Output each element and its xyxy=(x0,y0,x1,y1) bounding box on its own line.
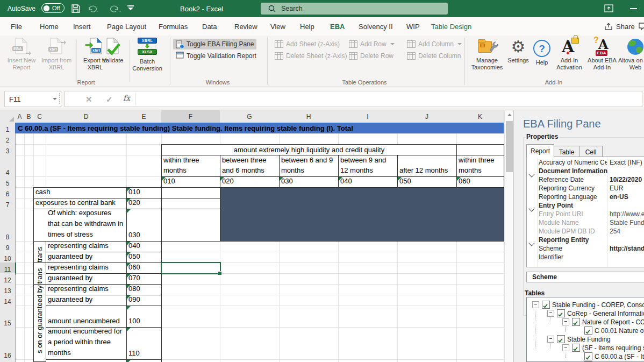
tree-item-label[interactable]: CoRep - General Information xyxy=(567,310,644,317)
tree-item-label[interactable]: C 00.01 Nature of Report (C xyxy=(595,327,644,335)
property-value[interactable]: Stable Funding xyxy=(610,219,644,226)
tab-table-design[interactable]: Table Design xyxy=(425,17,478,36)
vertical-scrollbar[interactable] xyxy=(504,110,513,362)
row-label-cell[interactable]: guaranteed by xyxy=(46,252,127,263)
property-section[interactable]: Entry Point xyxy=(539,202,573,209)
row-label-cell[interactable]: Of which: exposures that can be withdraw… xyxy=(33,209,127,242)
tree-item-label[interactable]: Stable Funding - COREP, Consolidated xyxy=(552,301,644,309)
delete-sheet-z-axis-button[interactable]: Delete Sheet (z-Axis) xyxy=(272,51,349,61)
column-header-c[interactable]: C xyxy=(33,110,46,123)
tree-collapse-box[interactable] xyxy=(562,318,569,325)
tab-eba[interactable]: EBA xyxy=(324,17,351,37)
row-code-cell[interactable]: 080 xyxy=(126,284,162,295)
column-code-cell[interactable]: 060 xyxy=(456,176,504,188)
scroll-up-arrow-icon[interactable] xyxy=(505,110,514,119)
selected-cell-f11[interactable] xyxy=(161,262,221,274)
column-header-h[interactable]: H xyxy=(279,110,339,123)
input-cell-f6[interactable] xyxy=(161,187,220,198)
tab-wip[interactable]: WIP xyxy=(400,17,426,36)
enter-check-icon[interactable]: ✓ xyxy=(106,95,113,104)
tree-collapse-box[interactable] xyxy=(532,301,539,308)
row-header-15[interactable]: 15 xyxy=(0,306,16,329)
tree-checkbox[interactable] xyxy=(542,301,550,309)
row-code-cell[interactable]: 100 xyxy=(126,306,162,328)
row-code-cell[interactable]: 010 xyxy=(126,187,162,198)
property-label[interactable]: Entry Point URI xyxy=(539,210,583,218)
batch-conversion-button[interactable]: XBRL XLSX Batch Conversion xyxy=(128,38,167,77)
tree-item-label[interactable]: (SF - Items requiring stable fund xyxy=(582,344,644,352)
tab-data[interactable]: Data xyxy=(196,17,223,36)
property-value[interactable]: en-US xyxy=(610,193,628,201)
tree-checkbox[interactable] xyxy=(584,352,592,360)
input-cell-f8[interactable] xyxy=(161,209,220,242)
collapse-chevron-icon[interactable] xyxy=(529,238,534,247)
column-code-cell[interactable]: 050 xyxy=(397,176,457,188)
report-title-cell[interactable]: C 60.00.a (SF - Items requiring stable f… xyxy=(15,123,504,133)
column-header-k[interactable]: K xyxy=(456,110,504,123)
row-label-cell[interactable]: representing claims xyxy=(46,241,127,252)
property-value[interactable]: 254 xyxy=(610,228,620,235)
row-header-4[interactable]: 4 xyxy=(0,155,16,178)
row-code-cell[interactable]: 090 xyxy=(126,295,162,306)
tab-solvency-ii[interactable]: Solvency II xyxy=(352,17,399,36)
tab-review[interactable]: Review xyxy=(228,17,264,36)
tree-item-label[interactable]: Nature of Report - COREP xyxy=(582,318,644,326)
maturity-header-cell[interactable]: between 6 and 9 months xyxy=(279,155,339,177)
tree-collapse-box[interactable] xyxy=(547,310,554,317)
column-header-b[interactable]: B xyxy=(24,110,34,123)
property-section[interactable]: Document Information xyxy=(539,167,607,175)
property-value[interactable]: http://www.eb xyxy=(610,210,644,218)
row-header-8[interactable]: 8 xyxy=(0,209,16,243)
maturity-header-cell[interactable]: within three months xyxy=(456,155,504,177)
altova-on-the-web-button[interactable]: Altova on the Web xyxy=(616,38,644,77)
fill-handle[interactable] xyxy=(218,271,222,275)
property-label[interactable]: Accuracy of Numeric Ce xyxy=(539,159,607,166)
merged-header-cell[interactable]: amount extremely high liquidity and cred… xyxy=(161,144,457,155)
column-header-j[interactable]: J xyxy=(397,110,457,123)
vertical-label-cell[interactable]: trans xyxy=(33,262,46,285)
column-code-cell[interactable]: 030 xyxy=(279,176,339,188)
customize-quick-access-icon[interactable] xyxy=(127,5,134,10)
row-code-cell[interactable]: 020 xyxy=(126,198,162,209)
name-box[interactable]: F11 xyxy=(4,91,61,107)
maturity-header-cell[interactable]: after 12 months xyxy=(397,155,457,177)
worksheet-grid[interactable]: A B C D E F G H I J K 1 2 3 4 5 6 7 8 9 … xyxy=(0,110,504,362)
property-label[interactable]: Scheme xyxy=(539,245,562,252)
tab-file[interactable]: File xyxy=(4,17,28,36)
row-label-cell[interactable]: guaranteed by xyxy=(46,295,127,306)
row-header-17-partial[interactable] xyxy=(0,359,16,362)
search-input[interactable]: Search xyxy=(261,3,448,15)
collapse-chevron-icon[interactable] xyxy=(529,203,534,213)
row-label-cell[interactable]: representing claims xyxy=(46,284,127,295)
row-code-cell[interactable]: 110 xyxy=(126,327,162,360)
tab-insert[interactable]: Insert xyxy=(67,17,97,36)
toggle-eba-filing-pane-button[interactable]: Toggle EBA Filing Pane xyxy=(173,39,256,49)
delete-column-button[interactable]: Delete Column xyxy=(404,51,463,61)
autosave-toggle[interactable]: Off xyxy=(41,3,65,13)
delete-row-button[interactable]: Delete Row xyxy=(346,51,396,61)
row-code-cell[interactable]: 060 xyxy=(126,262,162,274)
maturity-header-cell[interactable]: between 9 and 12 months xyxy=(338,155,398,177)
property-value[interactable]: 10/22/2020 xyxy=(610,176,642,183)
property-value[interactable]: EUR xyxy=(610,184,623,192)
cancel-x-icon[interactable]: ✕ xyxy=(85,95,92,104)
property-label[interactable]: Reporting Language xyxy=(539,193,597,201)
row-label-cell-partial[interactable] xyxy=(46,359,127,362)
tree-item-label[interactable]: C 60.00.a (SF - Items requir xyxy=(595,353,644,360)
tree-checkbox[interactable] xyxy=(584,326,592,335)
column-header-a[interactable]: A xyxy=(15,110,25,123)
tab-view[interactable]: View xyxy=(264,17,292,36)
tree-checkbox[interactable] xyxy=(557,309,565,317)
row-label-cell[interactable]: cash xyxy=(33,187,127,198)
column-header-f-selected[interactable]: F xyxy=(161,110,220,124)
column-code-cell[interactable]: 010 xyxy=(161,176,220,188)
tree-checkbox[interactable] xyxy=(557,335,565,343)
vertical-label-cell[interactable]: s on or guaranteed by xyxy=(33,284,46,362)
manage-taxonomies-button[interactable]: Manage Taxonomies xyxy=(468,38,506,77)
property-label[interactable]: Module DPM DB ID xyxy=(539,228,595,235)
row-label-cell[interactable]: amount encumbered for a period within th… xyxy=(46,327,127,360)
row-code-cell[interactable]: 070 xyxy=(126,273,162,285)
collapse-chevron-icon[interactable] xyxy=(529,169,534,179)
about-eba-add-in-button[interactable]: ? A EBA About EBA Add-In xyxy=(585,38,619,77)
add-in-activation-button[interactable]: A Add-In Activation xyxy=(553,38,586,77)
